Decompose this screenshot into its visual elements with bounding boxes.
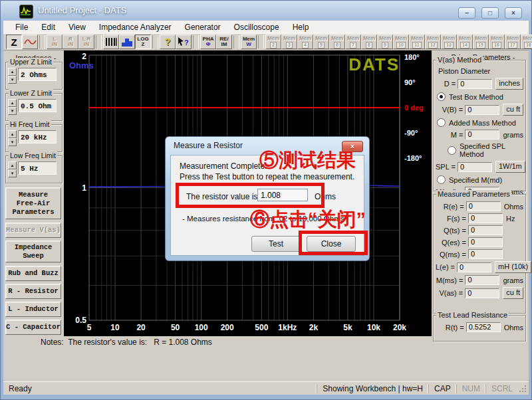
toolbar-stereo-input-button[interactable]: L RIN <box>78 35 94 49</box>
toolbar-memory-8-button[interactable]: Mem8 <box>361 35 377 49</box>
toolbar-piano-tones-button[interactable] <box>103 35 119 49</box>
param-label: Q(ts) = <box>436 227 466 235</box>
toolbar-memory-4-button[interactable]: Mem4 <box>297 35 313 49</box>
x-tick-label: 10k <box>367 323 380 332</box>
param-field-d[interactable] <box>458 79 492 89</box>
menu-oscilloscope[interactable]: Oscilloscope <box>227 23 286 32</box>
toolbar-phase-button[interactable]: PHAΦ <box>200 35 216 49</box>
param-field-m-ms[interactable] <box>465 275 499 285</box>
toolbar-context-help-button[interactable]: ? <box>176 35 192 49</box>
toolbar-right-input-button[interactable]: RIN <box>63 35 78 49</box>
param-row-m-ms: M(ms) =grams <box>436 275 523 285</box>
toolbar-spectrum-bars-button[interactable] <box>119 35 135 49</box>
param-row-v-b: V(B) =cu ft <box>436 104 523 116</box>
spin-down-icon[interactable]: ▼ <box>8 76 17 84</box>
toolbar-memory-2-button[interactable]: Mem2 <box>265 35 281 49</box>
y-tick-label: 0.5 <box>75 316 86 325</box>
unit-button-cu-ft[interactable]: cu ft <box>503 104 523 116</box>
toolbar-memory-7-button[interactable]: Mem7 <box>345 35 361 49</box>
radio-specified-m-md[interactable] <box>437 175 446 184</box>
spin-up-icon[interactable]: ▲ <box>8 68 17 76</box>
spectrum-bars-icon <box>122 39 132 47</box>
radio-test-box-method[interactable] <box>437 92 446 101</box>
menu-file[interactable]: File <box>9 23 35 32</box>
param-field-q-es[interactable] <box>468 237 503 247</box>
toolbar-memory-17-button[interactable]: Mem17 <box>505 35 521 49</box>
spin-up-icon[interactable]: ▲ <box>8 99 17 107</box>
toolbar-help-button[interactable]: ? <box>160 35 176 49</box>
button-c-capacitor[interactable]: C - Capacitor <box>5 320 61 335</box>
toolbar-memory-16-button[interactable]: Mem16 <box>489 35 505 49</box>
toolbar-sine-generator-button[interactable] <box>22 35 38 49</box>
status-scroll-lock: SCRL <box>485 384 518 393</box>
test-button[interactable]: Test <box>251 236 301 252</box>
toolbar-memory-9-button[interactable]: Mem9 <box>377 35 393 49</box>
toolbar-log-z-scale-button[interactable]: LOGZ <box>135 35 151 49</box>
field-low-freq-limit[interactable]: 5 Hz <box>18 161 57 175</box>
button-measure-free-air-parameters[interactable]: Measure Free-Air Parameters <box>5 187 61 219</box>
toolbar-real-imaginary-button[interactable]: RE/IM <box>216 35 232 49</box>
radio-added-mass-method[interactable] <box>437 118 446 127</box>
param-field-r-e[interactable] <box>466 201 501 211</box>
unit-button-cu-ft[interactable]: cu ft <box>503 287 523 299</box>
param-row-f-s: F(s) =Hz <box>436 213 523 223</box>
menu-help[interactable]: Help <box>286 23 316 32</box>
param-field-q-ts[interactable] <box>468 225 503 235</box>
toolbar-memory-18-button[interactable]: Mem18 <box>521 35 532 49</box>
param-field-l-e[interactable] <box>457 262 491 272</box>
button-rub-and-buzz[interactable]: Rub and Buzz <box>5 266 61 281</box>
unit-button-1w-1m[interactable]: 1W/1m <box>495 161 525 173</box>
field-hi-freq-limit[interactable]: 20 kHz <box>18 130 57 144</box>
button-impedance-sweep[interactable]: Impedance Sweep <box>5 241 61 262</box>
maximize-button[interactable]: □ <box>481 7 499 19</box>
resize-grip[interactable] <box>518 384 527 393</box>
unit-button-mh-10k[interactable]: mH (10k) <box>495 261 531 273</box>
spin-down-icon[interactable]: ▼ <box>8 138 17 146</box>
toolbar-memory-11-button[interactable]: Mem11 <box>409 35 425 49</box>
spin-down-icon[interactable]: ▼ <box>8 107 17 115</box>
group-hi-freq-limit: Hi Freq Limit▲▼20 kHz <box>5 124 63 152</box>
spin-up-icon[interactable]: ▲ <box>8 161 17 169</box>
unit-button-inches[interactable]: inches <box>495 78 523 90</box>
memory-3-icon: Mem3 <box>283 36 295 49</box>
param-field-v-as[interactable] <box>465 288 499 298</box>
button-r-resistor[interactable]: R - Resistor <box>5 284 61 299</box>
button-l-inductor[interactable]: L - Inductor <box>5 302 61 317</box>
param-field-q-ms[interactable] <box>468 249 503 259</box>
param-field-r-t[interactable] <box>466 322 501 332</box>
unit-label: Hz <box>506 215 515 223</box>
toolbar-impedance-z-button[interactable]: Z <box>6 35 22 49</box>
minimize-button[interactable]: – <box>458 7 475 19</box>
phase-tick-label: -90° <box>404 129 418 137</box>
memory-7-icon: Mem7 <box>347 36 359 49</box>
toolbar-memory-10-button[interactable]: Mem10 <box>393 35 409 49</box>
param-field-f-s[interactable] <box>468 213 503 223</box>
toolbar-left-input-button[interactable]: LIN <box>47 35 63 49</box>
menu-impedance-analyzer[interactable]: Impedance Analyzer <box>92 23 178 32</box>
toolbar-memory-3-button[interactable]: Mem3 <box>281 35 297 49</box>
spin-up-icon[interactable]: ▲ <box>8 130 17 138</box>
toolbar-memory-13-button[interactable]: Mem13 <box>441 35 457 49</box>
param-field-spl[interactable] <box>458 162 492 172</box>
menu-view[interactable]: View <box>62 23 92 32</box>
toolbar-memory-12-button[interactable]: Mem12 <box>425 35 441 49</box>
toolbar-memory-15-button[interactable]: Mem15 <box>473 35 489 49</box>
radio-specified-spl-method[interactable] <box>448 146 456 155</box>
toolbar-memory-5-button[interactable]: Mem5 <box>313 35 329 49</box>
impedance-z-icon: Z <box>11 37 17 48</box>
param-label: R(e) = <box>436 203 464 211</box>
group-low-freq-limit: Low Freq Limit▲▼5 Hz <box>5 155 63 183</box>
param-field-m[interactable] <box>465 130 499 140</box>
param-field-v-b[interactable] <box>465 105 499 115</box>
close-button[interactable]: × <box>505 7 522 19</box>
toolbar-memory-write-button[interactable]: MemW <box>241 35 257 49</box>
toolbar-memory-6-button[interactable]: Mem6 <box>329 35 345 49</box>
phase-tick-label: 0 deg <box>404 104 424 112</box>
menu-edit[interactable]: Edit <box>35 23 62 32</box>
field-lower-z-limit[interactable]: 0.5 Ohm <box>18 99 57 112</box>
spin-down-icon[interactable]: ▼ <box>8 169 17 177</box>
field-upper-z-limit[interactable]: 2 Ohms <box>18 68 57 81</box>
toolbar-memory-14-button[interactable]: Mem14 <box>457 35 473 49</box>
menu-generator[interactable]: Generator <box>178 23 227 32</box>
radio-row-specified-m-md: Specified M(md) <box>437 175 523 184</box>
